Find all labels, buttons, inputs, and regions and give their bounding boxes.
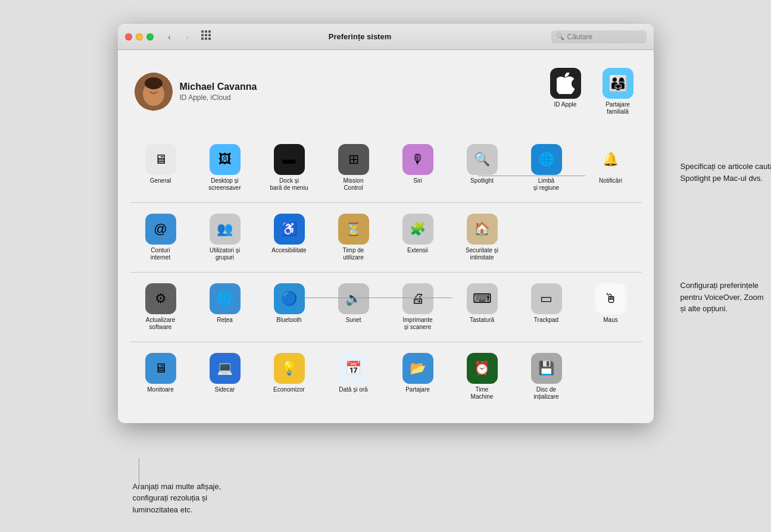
avatar[interactable] bbox=[135, 73, 173, 111]
pref-item-dock-i-bar-de-meniu[interactable]: ▬Dock șibară de meniu bbox=[258, 140, 320, 195]
pref-item-reea[interactable]: 🌐Rețea bbox=[194, 280, 256, 334]
pref-icon-box: 🖱 bbox=[595, 283, 626, 314]
preferences-window: ‹ › Preferințe sistem 🔍 bbox=[118, 24, 654, 423]
pref-item-conturi-internet[interactable]: @Conturiinternet bbox=[130, 210, 192, 265]
minimize-button[interactable] bbox=[136, 33, 143, 40]
pref-icon-box: 🎙 bbox=[402, 144, 433, 175]
pref-icon-label: Disc deințializare bbox=[533, 386, 558, 400]
pref-item-empty bbox=[580, 210, 642, 265]
section-3: ⚙Actualizaresoftware🌐Rețea🔵Bluetooth🔊Sun… bbox=[130, 273, 642, 342]
pref-item-trackpad[interactable]: ▭Trackpad bbox=[516, 280, 578, 334]
pref-icon-label: Spotlight bbox=[470, 177, 494, 184]
pref-icon-box: ⊞ bbox=[338, 144, 369, 175]
pref-item-partajare[interactable]: 📂Partajare bbox=[387, 349, 449, 404]
close-button[interactable] bbox=[125, 33, 132, 40]
displays-annotation-text: Aranjați mai multe afișaje,configurați r… bbox=[133, 481, 276, 516]
maximize-button[interactable] bbox=[146, 33, 154, 40]
pref-item-general[interactable]: 🖥General bbox=[130, 140, 192, 195]
pref-icon-label: Utilizatori șigrupuri bbox=[210, 247, 240, 261]
pref-item-sunet[interactable]: 🔊Sunet bbox=[323, 280, 385, 334]
pref-item-sidecar[interactable]: 💻Sidecar bbox=[194, 349, 256, 404]
pref-item-extensii[interactable]: 🧩Extensii bbox=[387, 210, 449, 265]
pref-icon-box: ⏳ bbox=[338, 214, 369, 245]
spotlight-annotation-text: Specificați ce articole cautăSpotlight p… bbox=[681, 161, 772, 184]
spotlight-annotation: Specificați ce articole cautăSpotlight p… bbox=[681, 161, 772, 184]
pref-icon-box: 🖼 bbox=[210, 144, 241, 175]
pref-icon-label: Bluetooth bbox=[276, 317, 301, 324]
pref-icon-box: 📂 bbox=[402, 353, 433, 384]
pref-icon-box: ▭ bbox=[531, 283, 562, 314]
svg-point-5 bbox=[145, 77, 163, 89]
pref-icon-box: 🔵 bbox=[274, 283, 305, 314]
pref-icon-box: 🔍 bbox=[467, 144, 498, 175]
pref-item-mission-control[interactable]: ⊞MissionControl bbox=[323, 140, 385, 195]
family-sharing-label: Partajarefamilială bbox=[605, 101, 630, 115]
search-input[interactable] bbox=[567, 33, 642, 41]
pref-item-desktop-i-screensaver[interactable]: 🖼Desktop șiscreensaver bbox=[194, 140, 256, 195]
titlebar: ‹ › Preferințe sistem 🔍 bbox=[118, 24, 654, 50]
pref-item-siri[interactable]: 🎙Siri bbox=[387, 140, 449, 195]
pref-icon-box: 🔔 bbox=[595, 144, 626, 175]
pref-item-securitate-i-intimitate[interactable]: 🏠Securitate șiintimitate bbox=[451, 210, 513, 265]
pref-item-timp-de-utilizare[interactable]: ⏳Timp de utilizare bbox=[323, 210, 385, 265]
pref-icon-label: Extensii bbox=[407, 247, 428, 254]
pref-item-dat-i-or[interactable]: 📅Dată și oră bbox=[323, 349, 385, 404]
pref-item-bluetooth[interactable]: 🔵Bluetooth bbox=[258, 280, 320, 334]
pref-item-economizor[interactable]: 💡Economizor bbox=[258, 349, 320, 404]
pref-icon-label: Partajare bbox=[405, 386, 430, 393]
pref-icon-box: ⌨ bbox=[467, 283, 498, 314]
pref-icon-box: 🧩 bbox=[402, 214, 433, 245]
icons-grid-3: ⚙Actualizaresoftware🌐Rețea🔵Bluetooth🔊Sun… bbox=[130, 280, 642, 334]
section-2: @Conturiinternet👥Utilizatori șigrupuri♿A… bbox=[130, 203, 642, 273]
pref-icon-box: 🌐 bbox=[531, 144, 562, 175]
pref-icon-label: Siri bbox=[413, 177, 422, 184]
pref-item-accesibilitate[interactable]: ♿Accesibilitate bbox=[258, 210, 320, 265]
pref-item-time-machine[interactable]: ⏰TimeMachine bbox=[451, 349, 513, 404]
pref-icon-box: ⚙ bbox=[145, 283, 176, 314]
pref-item-maus[interactable]: 🖱Maus bbox=[580, 280, 642, 334]
pref-icon-label: Actualizaresoftware bbox=[146, 317, 175, 331]
pref-item-empty bbox=[516, 210, 578, 265]
pref-icon-label: Rețea bbox=[217, 317, 233, 324]
pref-item-disc-de-inializare[interactable]: 💾Disc deințializare bbox=[516, 349, 578, 404]
pref-icon-box: 🏠 bbox=[467, 214, 498, 245]
pref-icon-label: Sidecar bbox=[215, 386, 235, 393]
pref-icon-label: TimeMachine bbox=[471, 386, 494, 400]
icons-grid-4: 🖥Monitoare💻Sidecar💡Economizor📅Dată și or… bbox=[130, 349, 642, 404]
apple-id-button[interactable]: ID Apple bbox=[547, 64, 585, 119]
pref-item-actualizare-software[interactable]: ⚙Actualizaresoftware bbox=[130, 280, 192, 334]
profile-info: Michael Cavanna ID Apple, iCloud bbox=[180, 82, 539, 102]
pref-icon-box: 🖨 bbox=[402, 283, 433, 314]
pref-icon-box: 🌐 bbox=[210, 283, 241, 314]
pref-item-imprimante-i-scanere[interactable]: 🖨Imprimanteși scanere bbox=[387, 280, 449, 334]
pref-item-notificri[interactable]: 🔔Notificări bbox=[580, 140, 642, 195]
profile-name: Michael Cavanna bbox=[180, 82, 539, 92]
pref-icon-label: Timp de utilizare bbox=[332, 247, 375, 261]
displays-line bbox=[139, 458, 139, 488]
section-1: 🖥General🖼Desktop șiscreensaver▬Dock șiba… bbox=[130, 133, 642, 203]
search-bar[interactable]: 🔍 bbox=[551, 30, 647, 43]
pref-icon-label: MissionControl bbox=[344, 177, 364, 192]
pref-icon-label: Monitoare bbox=[147, 386, 173, 393]
pref-icon-box: 👥 bbox=[210, 214, 241, 245]
section-4: 🖥Monitoare💻Sidecar💡Economizor📅Dată și or… bbox=[130, 342, 642, 411]
pref-icon-label: Accesibilitate bbox=[271, 247, 306, 254]
search-icon: 🔍 bbox=[556, 33, 564, 40]
profile-right-icons: ID Apple 👨‍👩‍👧 Partajarefamilială bbox=[547, 64, 637, 119]
pref-icon-box: ♿ bbox=[274, 214, 305, 245]
pref-item-limb-i-regiune[interactable]: 🌐Limbăși regiune bbox=[516, 140, 578, 195]
apple-id-icon bbox=[550, 68, 581, 99]
family-sharing-button[interactable]: 👨‍👩‍👧 Partajarefamilială bbox=[599, 64, 637, 119]
pref-icon-box: 🖥 bbox=[145, 144, 176, 175]
pref-icon-label: Conturiinternet bbox=[151, 247, 170, 261]
profile-subtitle: ID Apple, iCloud bbox=[180, 93, 539, 102]
pref-item-utilizatori-i-grupuri[interactable]: 👥Utilizatori șigrupuri bbox=[194, 210, 256, 265]
avatar-image bbox=[135, 73, 173, 111]
pref-item-tastatur[interactable]: ⌨Tastatură bbox=[451, 280, 513, 334]
pref-item-monitoare[interactable]: 🖥Monitoare bbox=[130, 349, 192, 404]
pref-item-spotlight[interactable]: 🔍Spotlight bbox=[451, 140, 513, 195]
pref-icon-label: Dock șibară de meniu bbox=[270, 177, 308, 192]
content-area: Michael Cavanna ID Apple, iCloud ID Appl… bbox=[118, 50, 654, 423]
pref-icon-box: 🔊 bbox=[338, 283, 369, 314]
pref-item-empty bbox=[580, 349, 642, 404]
